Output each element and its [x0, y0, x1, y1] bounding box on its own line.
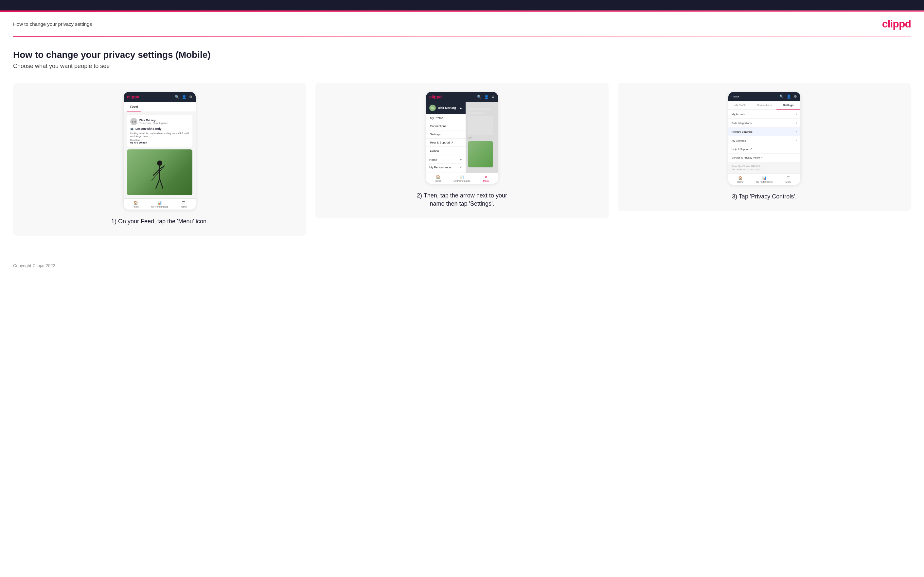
bottom-nav-home-2: 🏠 Home: [426, 173, 450, 184]
step-1-desc: 1) On your Feed, tap the 'Menu' icon.: [111, 218, 208, 226]
logo: clippd: [882, 18, 911, 30]
menu-item-logout: Logout: [426, 147, 465, 155]
phone-nav-icons-2: 🔍 👤 ⚙: [477, 95, 495, 99]
svg-line-5: [160, 179, 163, 189]
menu-icon-3: ☰: [787, 176, 790, 180]
settings-tabs: My Profile Connections Settings: [729, 102, 800, 110]
post-item: BM Blair McHarg Yesterday · Sunningdale …: [127, 115, 192, 147]
step-3-phone: ‹ Back 🔍 👤 ⚙ My Profile Connections Sett…: [729, 92, 800, 185]
footer: Copyright Clippd 2022: [0, 256, 924, 275]
phone-nav-2: clippd 🔍 👤 ⚙: [426, 92, 498, 102]
steps-container: clippd 🔍 👤 ⚙ Feed BM: [13, 83, 911, 236]
menu-nav-home-label: Home: [429, 158, 437, 161]
menu-label-2: Menu: [483, 180, 489, 182]
performance-icon-1: 📊: [157, 201, 162, 205]
version-gql: GQL Server Version: 2022.7.30-1: [732, 168, 797, 171]
menu-user-avatar: BM: [429, 105, 436, 111]
home-label-1: Home: [132, 206, 139, 208]
settings-item-dataintegrations-chevron: ›: [796, 121, 797, 124]
menu-nav-performance: My Performance ▼: [429, 164, 462, 171]
menu-item-help: Help & Support ↗: [426, 139, 465, 147]
bottom-nav-performance-2: 📊 My Performance: [450, 173, 474, 184]
bottom-nav-menu-1: ☰ Menu: [172, 199, 195, 210]
feed-tab: Feed: [127, 103, 141, 111]
settings-nav: ‹ Back 🔍 👤 ⚙: [729, 92, 800, 102]
bottom-nav-menu-2: ✕ Menu: [474, 173, 498, 184]
svg-point-0: [157, 161, 162, 166]
step-1-card: clippd 🔍 👤 ⚙ Feed BM: [13, 83, 306, 236]
bottom-nav-home-3: 🏠 Home: [729, 174, 752, 185]
page-subtitle: Choose what you want people to see: [13, 63, 911, 69]
bottom-nav-menu-3: ☰ Menu: [777, 174, 800, 185]
bottom-nav-performance-1: 📊 My Performance: [147, 199, 171, 210]
menu-chevron-up: ▲: [459, 106, 462, 110]
step2-content: BM Blair McHarg ▲ My Profile Connections…: [426, 102, 498, 172]
settings-list: My Account › Data Integrations › Privacy…: [729, 110, 800, 174]
author-info: Blair McHarg Yesterday · Sunningdale: [139, 119, 168, 124]
phone-nav-1: clippd 🔍 👤 ⚙: [124, 92, 195, 102]
settings-item-dataintegrations-label: Data Integrations: [732, 122, 751, 124]
tab-myprofile[interactable]: My Profile: [729, 102, 752, 110]
settings-item-dataintegrations[interactable]: Data Integrations ›: [729, 119, 800, 127]
step2-bg-side: APP: [465, 102, 498, 172]
tab-settings[interactable]: Settings: [777, 102, 800, 110]
home-icon-3: 🏠: [738, 176, 743, 180]
user-icon-3: 👤: [787, 95, 791, 99]
close-icon-2: ✕: [485, 175, 488, 179]
bottom-nav-performance-3: 📊 My Performance: [752, 174, 776, 185]
settings-item-helpsupport[interactable]: Help & Support ↗: [729, 145, 800, 153]
settings-item-privacycontrols-chevron: ›: [796, 130, 797, 134]
menu-label-1: Menu: [181, 206, 187, 208]
settings-item-mygolfbag-label: My Golf Bag: [732, 139, 746, 142]
step-2-desc: 2) Then, tap the arrow next to your name…: [413, 192, 511, 208]
step2-inner: BM Blair McHarg ▲ My Profile Connections…: [426, 102, 498, 172]
home-label-3: Home: [737, 181, 743, 183]
settings-icon-2: ⚙: [491, 95, 495, 99]
settings-item-myaccount[interactable]: My Account ›: [729, 110, 800, 118]
settings-item-privacycontrols[interactable]: Privacy Controls ›: [729, 127, 800, 136]
performance-icon-2: 📊: [460, 175, 464, 179]
performance-icon-3: 📊: [762, 176, 767, 180]
settings-item-helpsupport-label: Help & Support ↗: [732, 148, 752, 151]
settings-item-mygolfbag[interactable]: My Golf Bag ›: [729, 136, 800, 145]
step2-menu-side: BM Blair McHarg ▲ My Profile Connections…: [426, 102, 465, 172]
menu-nav-section: Home ▼ My Performance ▼: [426, 155, 465, 172]
svg-line-6: [152, 166, 165, 181]
performance-label-2: My Performance: [454, 180, 470, 182]
duration-label: Duration: [130, 139, 189, 141]
tab-connections[interactable]: Connections: [752, 102, 776, 110]
menu-nav-performance-label: My Performance: [429, 166, 451, 169]
settings-item-serviceprivacy[interactable]: Service & Privacy Policy ↗: [729, 154, 800, 162]
footer-copyright: Copyright Clippd 2022: [13, 263, 55, 268]
avatar-1: BM: [130, 118, 137, 125]
step-1-phone: clippd 🔍 👤 ⚙ Feed BM: [124, 92, 195, 210]
settings-item-privacycontrols-label: Privacy Controls: [732, 131, 753, 134]
user-icon-2: 👤: [484, 95, 489, 99]
post-author: BM Blair McHarg Yesterday · Sunningdale: [130, 118, 189, 125]
settings-item-serviceprivacy-label: Service & Privacy Policy ↗: [732, 156, 763, 159]
menu-user-info: BM Blair McHarg: [429, 105, 456, 111]
user-icon-1: 👤: [182, 95, 186, 99]
search-icon-3: 🔍: [779, 95, 784, 99]
step-3-card: ‹ Back 🔍 👤 ⚙ My Profile Connections Sett…: [618, 83, 911, 211]
menu-nav-home: Home ▼: [429, 156, 462, 164]
home-label-2: Home: [435, 180, 441, 182]
phone-nav-icons-3: 🔍 👤 ⚙: [779, 95, 797, 99]
post-title-row: 📹 Lesson with Fordy: [130, 127, 189, 131]
phone-bottom-nav-1: 🏠 Home 📊 My Performance ☰ Menu: [124, 198, 195, 210]
settings-item-mygolfbag-chevron: ›: [796, 139, 797, 142]
back-button: ‹ Back: [732, 95, 739, 98]
settings-icon-1: ⚙: [189, 95, 192, 99]
step-2-phone: clippd 🔍 👤 ⚙: [426, 92, 498, 184]
phone-bottom-nav-2: 🏠 Home 📊 My Performance ✕ Menu: [426, 172, 498, 184]
search-icon-2: 🔍: [477, 95, 481, 99]
header: How to change your privacy settings clip…: [0, 12, 924, 36]
golf-image: [127, 149, 192, 195]
home-icon-2: 🏠: [436, 175, 440, 179]
performance-label-3: My Performance: [756, 181, 772, 183]
phone-bottom-nav-3: 🏠 Home 📊 My Performance ☰ Menu: [729, 174, 800, 185]
duration-value: 01 hr : 30 min: [130, 141, 189, 144]
page-title: How to change your privacy settings (Mob…: [13, 50, 911, 60]
svg-line-4: [156, 179, 160, 189]
menu-label-3: Menu: [786, 181, 792, 183]
